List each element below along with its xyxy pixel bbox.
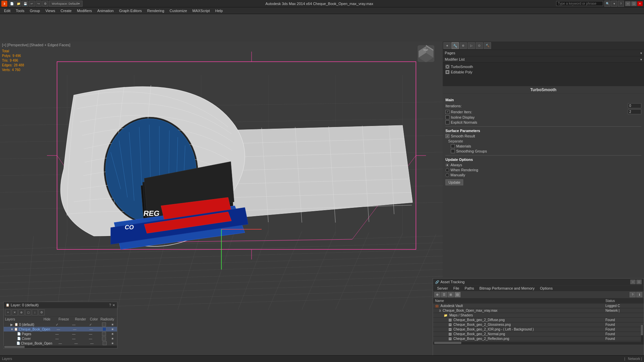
layer-row-cheque-book-open-2[interactable]: 📄 Cheque_Book_Open — — — ☀ xyxy=(4,341,117,346)
modifier-turbosmooth[interactable]: TurboSmooth xyxy=(444,64,643,69)
layers-panel-title: Layer: 0 (default) xyxy=(11,303,39,307)
render-iters-checkbox[interactable]: ✓ xyxy=(445,110,449,114)
asset-menu-server[interactable]: Server xyxy=(434,286,450,291)
layers-scrollbar-thumb[interactable] xyxy=(4,346,24,348)
layers-sel-btn[interactable]: ◻ xyxy=(25,309,31,315)
layers-move-btn[interactable]: ↕ xyxy=(32,309,38,315)
hierarchy-tab[interactable]: ⊕ xyxy=(460,42,467,49)
maximize-btn[interactable]: □ xyxy=(631,1,637,6)
layers-delete-btn[interactable]: ✕ xyxy=(12,309,18,315)
navigation-cube[interactable]: TOP xyxy=(416,44,436,64)
layers-help-btn[interactable]: ? xyxy=(109,303,111,307)
modifier-dropdown[interactable]: ▾ xyxy=(640,58,642,61)
asset-restore-btn[interactable]: □ xyxy=(636,280,642,284)
when-rendering-radio[interactable] xyxy=(445,168,449,172)
layer-row-cover[interactable]: 📄 Cover — — — ☀ xyxy=(4,336,117,341)
menu-animation[interactable]: Animation xyxy=(95,8,116,13)
layers-scrollbar[interactable] xyxy=(4,346,117,348)
layers-new-btn[interactable]: + xyxy=(5,309,11,315)
asset-menu-file[interactable]: File xyxy=(450,286,462,291)
asset-help-btn[interactable]: ? xyxy=(630,292,636,297)
menu-help[interactable]: Help xyxy=(213,8,226,13)
asset-row-max-file[interactable]: 3 Cheque_Book_Open_max_vray.max Network … xyxy=(433,308,644,313)
search-input[interactable] xyxy=(556,1,603,6)
asset-vertical-scrollbar[interactable] xyxy=(641,325,644,342)
menu-modifiers[interactable]: Modifiers xyxy=(74,8,95,13)
motion-tab[interactable]: ▷ xyxy=(468,42,475,49)
layer-0-hide[interactable]: ✓ xyxy=(49,323,65,326)
menu-tools[interactable]: Tools xyxy=(13,8,27,13)
materials-checkbox[interactable] xyxy=(451,144,455,148)
asset-menu-paths[interactable]: Paths xyxy=(462,286,477,291)
layer-row-0[interactable]: ▶ 📋 0 (default) ✓ — ✓ ☀ xyxy=(4,322,117,327)
update-button[interactable]: Update xyxy=(445,179,463,185)
close-btn[interactable]: ✕ xyxy=(637,1,643,6)
layer-0-radiosity[interactable]: ☀ xyxy=(109,323,116,326)
asset-menu-options[interactable]: Options xyxy=(537,286,555,291)
turbosmooth-checkbox[interactable] xyxy=(445,65,449,69)
create-tab[interactable]: ✦ xyxy=(443,42,451,49)
undo-btn[interactable]: ↩ xyxy=(29,1,35,7)
isoline-checkbox[interactable] xyxy=(445,115,449,119)
menu-maxscript[interactable]: MAXScript xyxy=(190,8,213,13)
asset-btn-2[interactable]: ☰ xyxy=(441,292,447,297)
layer-cbo-radiosity[interactable]: ☀ xyxy=(109,327,116,331)
search-options-btn[interactable]: ▾ xyxy=(611,1,617,7)
asset-question-btn[interactable]: ℹ xyxy=(636,292,642,297)
menu-create[interactable]: Create xyxy=(58,8,74,13)
render-iters-input[interactable] xyxy=(628,109,641,114)
display-tab[interactable]: ⊙ xyxy=(476,42,483,49)
save-btn[interactable]: 💾 xyxy=(22,1,28,7)
menu-customize[interactable]: Customize xyxy=(167,8,190,13)
menu-rendering[interactable]: Rendering xyxy=(145,8,167,13)
asset-btn-4[interactable]: ⊟ xyxy=(454,292,461,297)
asset-row-normal[interactable]: 🖼 Cheque_Book_geo_2_Normal.png Found xyxy=(433,332,644,337)
menu-views[interactable]: Views xyxy=(43,8,58,13)
layers-settings-btn[interactable]: ⚙ xyxy=(39,309,45,315)
asset-table-container[interactable]: Name Status 💼 Autodesk Vault Logged C 3 … xyxy=(433,298,644,345)
asset-v-scrollbar-thumb[interactable] xyxy=(641,325,643,335)
menu-edit[interactable]: Edit xyxy=(1,8,13,13)
isoline-display-row: Isoline Display xyxy=(445,115,641,119)
open-file-btn[interactable]: 📁 xyxy=(15,1,21,7)
new-file-btn[interactable]: 📄 xyxy=(9,1,15,7)
status-separator: | xyxy=(624,357,625,361)
layers-add-sel-btn[interactable]: ⊕ xyxy=(18,309,24,315)
layer-row-pages[interactable]: 📄 Pages — — — ☀ xyxy=(4,331,117,336)
pages-dropdown-arrow[interactable]: ▾ xyxy=(640,51,642,55)
help-btn[interactable]: ? xyxy=(618,1,624,7)
smoothing-groups-checkbox[interactable] xyxy=(451,149,455,153)
layers-close-btn[interactable]: ✕ xyxy=(112,303,115,307)
explicit-normals-checkbox[interactable] xyxy=(445,120,449,124)
layers-panel: 📋 Layer: 0 (default) ? ✕ + ✕ ⊕ ◻ ↕ ⚙ Lay… xyxy=(3,302,117,349)
layer-0-render: ✓ xyxy=(82,323,99,326)
layer-row-cheque-book-open[interactable]: ▼ 📋 Cheque_Book_Open — — — ☀ xyxy=(4,327,117,331)
editable-poly-checkbox[interactable] xyxy=(445,70,449,74)
workspace-select[interactable]: Workspace: Default ▾ xyxy=(49,1,83,7)
iterations-input[interactable] xyxy=(628,103,641,108)
asset-row-maps[interactable]: 📁 Maps / Shaders xyxy=(433,313,644,318)
manually-radio[interactable] xyxy=(445,173,449,177)
asset-btn-3[interactable]: ⊞ xyxy=(448,292,454,297)
utilities-tab[interactable]: 🔨 xyxy=(484,42,491,49)
asset-row-vault[interactable]: 💼 Autodesk Vault Logged C xyxy=(433,304,644,308)
asset-row-glossiness[interactable]: 🖼 Cheque_Book_geo_2_Glossiness.png Found xyxy=(433,322,644,327)
minimize-btn[interactable]: − xyxy=(625,1,631,6)
asset-btn-1[interactable]: ⊕ xyxy=(434,292,440,297)
asset-row-ior[interactable]: 🖼 Cheque_Book_geo_2_IOR.png - ( Left - B… xyxy=(433,327,644,332)
asset-row-reflection[interactable]: 🖼 Cheque_Book_geo_2_Reflection.png Found xyxy=(433,337,644,341)
asset-minimize-btn[interactable]: − xyxy=(630,280,636,284)
modify-tab[interactable]: 🔧 xyxy=(451,42,459,49)
asset-row-diffuse[interactable]: 🖼 Cheque_Book_geo_2_Diffuse.png Found xyxy=(433,318,644,322)
search-btn[interactable]: 🔍 xyxy=(604,1,610,7)
menu-graph-editors[interactable]: Graph Editors xyxy=(116,8,145,13)
smooth-result-checkbox[interactable]: ✓ xyxy=(445,134,449,138)
redo-btn[interactable]: ↪ xyxy=(36,1,42,7)
menu-group[interactable]: Group xyxy=(27,8,43,13)
modifier-editable-poly[interactable]: Editable Poly xyxy=(444,69,643,75)
asset-horizontal-scrollbar[interactable] xyxy=(433,342,644,345)
asset-menu-bitmap[interactable]: Bitmap Performance and Memory xyxy=(477,286,537,291)
always-radio[interactable] xyxy=(445,163,449,167)
options-btn[interactable]: ⚙ xyxy=(42,1,48,7)
asset-h-scrollbar-thumb[interactable] xyxy=(434,342,461,344)
